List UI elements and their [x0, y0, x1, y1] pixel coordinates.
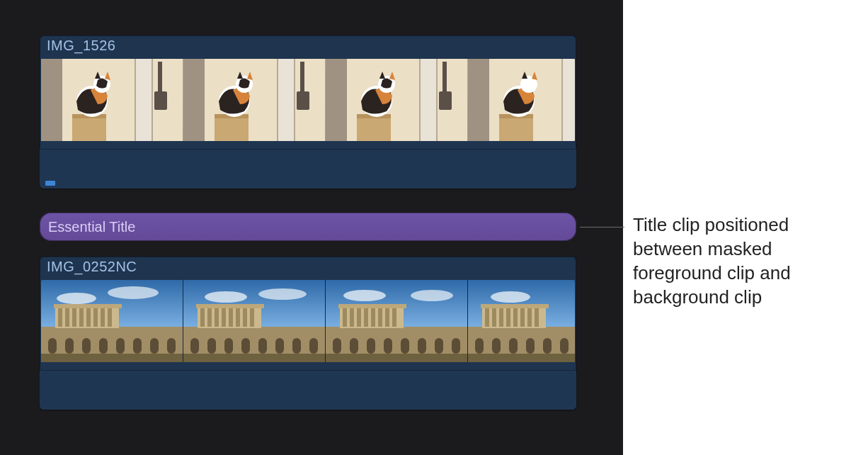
- svg-rect-71: [215, 308, 219, 327]
- callout-leader-line: [580, 227, 624, 228]
- svg-rect-107: [418, 338, 426, 354]
- svg-rect-60: [150, 338, 159, 354]
- clip-audio-area[interactable]: [40, 370, 576, 410]
- svg-rect-76: [250, 308, 254, 327]
- svg-rect-128: [526, 338, 535, 354]
- svg-rect-21: [326, 59, 347, 141]
- svg-rect-53: [54, 304, 122, 308]
- svg-rect-101: [338, 304, 406, 308]
- video-frame: [326, 280, 468, 362]
- svg-rect-126: [492, 338, 501, 354]
- svg-rect-99: [385, 308, 389, 327]
- svg-rect-97: [371, 308, 375, 327]
- clip-audio-area[interactable]: [40, 149, 576, 189]
- svg-rect-62: [41, 354, 183, 362]
- svg-rect-83: [275, 338, 284, 354]
- clip-label: IMG_1526: [40, 35, 576, 55]
- svg-rect-82: [258, 338, 267, 354]
- svg-rect-14: [297, 91, 309, 110]
- svg-rect-70: [207, 308, 212, 327]
- svg-rect-100: [392, 308, 396, 327]
- svg-rect-50: [93, 308, 98, 327]
- svg-rect-23: [421, 59, 436, 141]
- filmstrip: [41, 280, 575, 362]
- svg-rect-94: [350, 308, 354, 327]
- svg-rect-61: [167, 338, 176, 354]
- svg-rect-102: [333, 338, 341, 354]
- svg-rect-47: [72, 308, 76, 327]
- video-frame: [468, 280, 575, 362]
- svg-point-40: [57, 293, 96, 304]
- svg-point-64: [205, 291, 247, 303]
- svg-rect-15: [300, 62, 304, 93]
- svg-rect-121: [520, 308, 525, 327]
- svg-rect-75: [243, 308, 247, 327]
- svg-rect-74: [236, 308, 240, 327]
- video-frame: [41, 280, 183, 362]
- svg-rect-119: [506, 308, 510, 327]
- video-frame: [183, 59, 326, 141]
- svg-rect-110: [326, 354, 467, 362]
- svg-rect-130: [560, 338, 569, 354]
- clip-label: IMG_0252NC: [40, 257, 576, 276]
- svg-rect-129: [543, 338, 552, 354]
- svg-rect-118: [499, 308, 503, 327]
- svg-rect-86: [183, 354, 325, 362]
- svg-rect-57: [99, 338, 108, 354]
- svg-rect-45: [58, 308, 62, 327]
- svg-rect-54: [48, 338, 57, 354]
- svg-rect-48: [79, 308, 84, 327]
- svg-rect-24: [439, 91, 452, 110]
- svg-rect-56: [82, 338, 91, 354]
- background-video-clip[interactable]: IMG_0252NC: [40, 257, 576, 410]
- svg-rect-33: [563, 59, 575, 141]
- svg-rect-58: [116, 338, 125, 354]
- svg-rect-85: [309, 338, 318, 354]
- filmstrip: [41, 59, 575, 141]
- svg-rect-108: [435, 338, 443, 354]
- svg-rect-80: [224, 338, 233, 354]
- svg-rect-59: [133, 338, 142, 354]
- title-clip[interactable]: Essential Title: [40, 213, 576, 241]
- svg-rect-25: [442, 62, 447, 93]
- svg-rect-104: [367, 338, 375, 354]
- svg-point-89: [411, 290, 453, 301]
- svg-rect-95: [357, 308, 361, 327]
- svg-rect-55: [65, 338, 74, 354]
- svg-point-112: [491, 291, 530, 303]
- video-frame: [326, 59, 468, 141]
- svg-rect-120: [513, 308, 518, 327]
- svg-rect-125: [475, 338, 484, 354]
- svg-rect-106: [401, 338, 409, 354]
- svg-rect-127: [509, 338, 518, 354]
- svg-rect-79: [207, 338, 216, 354]
- video-frame: [468, 59, 575, 141]
- svg-rect-109: [452, 338, 460, 354]
- timeline-panel: IMG_1526: [0, 0, 623, 455]
- svg-rect-11: [183, 59, 205, 141]
- title-clip-label: Essential Title: [48, 219, 135, 235]
- foreground-video-clip[interactable]: IMG_1526: [40, 35, 576, 189]
- svg-rect-116: [485, 308, 489, 327]
- svg-point-65: [258, 288, 307, 300]
- svg-rect-93: [343, 308, 347, 327]
- svg-rect-49: [86, 308, 91, 327]
- svg-rect-5: [158, 62, 162, 93]
- svg-rect-123: [535, 308, 539, 327]
- svg-rect-103: [350, 338, 358, 354]
- svg-rect-52: [108, 308, 112, 327]
- clip-marker[interactable]: [45, 181, 55, 186]
- svg-rect-122: [527, 308, 532, 327]
- svg-rect-105: [384, 338, 392, 354]
- svg-rect-73: [229, 308, 233, 327]
- svg-rect-69: [200, 308, 205, 327]
- svg-rect-98: [378, 308, 382, 327]
- svg-rect-51: [101, 308, 105, 327]
- svg-rect-78: [190, 338, 199, 354]
- svg-rect-72: [222, 308, 226, 327]
- svg-rect-124: [481, 304, 549, 308]
- svg-point-88: [343, 290, 386, 301]
- svg-rect-77: [196, 304, 264, 308]
- svg-rect-84: [292, 338, 301, 354]
- svg-rect-131: [468, 354, 575, 362]
